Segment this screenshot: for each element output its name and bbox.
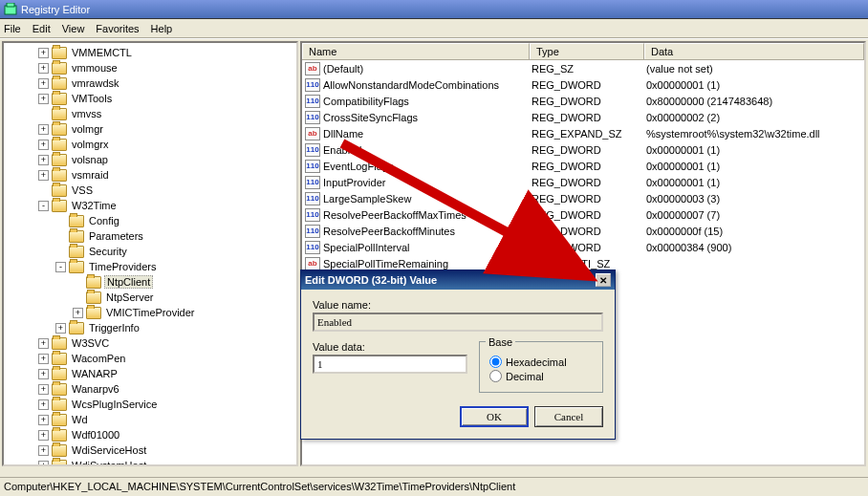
tree-item[interactable]: +volsnap xyxy=(4,152,296,167)
value-data: 0x0000000f (15) xyxy=(646,226,864,237)
col-header-name[interactable]: Name xyxy=(302,43,530,59)
expand-icon[interactable]: + xyxy=(38,170,49,181)
value-name: Enabled xyxy=(323,144,532,156)
tree-item[interactable]: +TriggerInfo xyxy=(4,320,296,335)
value-data-field[interactable] xyxy=(313,355,467,374)
folder-icon xyxy=(52,414,67,426)
value-data-label: Value data: xyxy=(313,341,467,353)
tree-item[interactable]: VSS xyxy=(4,183,296,198)
expand-icon[interactable]: + xyxy=(38,140,49,150)
tree-item[interactable]: Config xyxy=(4,213,296,228)
dialog-title-bar[interactable]: Edit DWORD (32-bit) Value ✕ xyxy=(301,270,615,290)
expand-icon[interactable]: + xyxy=(38,48,49,58)
expand-icon[interactable]: + xyxy=(38,415,49,425)
tree-item[interactable]: +VMICTimeProvider xyxy=(4,305,296,320)
dialog-close-icon[interactable]: ✕ xyxy=(596,273,611,287)
tree-item[interactable]: +volmgr xyxy=(4,121,296,137)
expand-icon[interactable]: + xyxy=(38,124,49,135)
tree-item-label: NtpServer xyxy=(104,291,156,303)
tree-item[interactable]: +WacomPen xyxy=(4,351,296,366)
cancel-button[interactable]: Cancel xyxy=(534,406,603,427)
menu-view[interactable]: View xyxy=(62,23,85,34)
tree-item-label: Security xyxy=(87,246,129,257)
tree-item[interactable]: +WcsPlugInService xyxy=(4,397,296,412)
value-row[interactable]: 110CrossSiteSyncFlagsREG_DWORD0x00000002… xyxy=(302,109,864,125)
menu-file[interactable]: File xyxy=(4,23,21,34)
folder-icon xyxy=(86,276,101,289)
tree-item[interactable]: -TimeProviders xyxy=(4,259,296,274)
value-row[interactable]: 110ResolvePeerBackoffMaxTimesREG_DWORD0x… xyxy=(302,206,864,223)
expand-icon[interactable]: + xyxy=(38,384,49,395)
tree-item[interactable]: Parameters xyxy=(4,228,296,244)
expand-icon[interactable]: + xyxy=(38,369,49,379)
tree-item[interactable]: +vmmouse xyxy=(4,60,296,75)
value-row[interactable]: 110CompatibilityFlagsREG_DWORD0x80000000… xyxy=(302,93,864,109)
radio-hexadecimal-label: Hexadecimal xyxy=(506,356,567,368)
value-row[interactable]: 110EventLogFlagsREG_DWORD0x00000001 (1) xyxy=(302,158,864,174)
tree-item[interactable]: +Wdf01000 xyxy=(4,427,296,442)
tree-item[interactable]: +VMMEMCTL xyxy=(4,45,296,60)
window-title-bar: Registry Editor xyxy=(0,0,868,19)
value-data: (value not set) xyxy=(646,63,864,75)
tree-item[interactable]: +volmgrx xyxy=(4,137,296,152)
tree-item[interactable]: +Wanarpv6 xyxy=(4,381,296,397)
radio-hexadecimal[interactable] xyxy=(489,356,502,368)
base-legend: Base xyxy=(486,336,515,348)
col-header-data[interactable]: Data xyxy=(644,43,864,59)
value-type: REG_DWORD xyxy=(532,226,646,237)
folder-icon xyxy=(86,307,101,319)
registry-tree[interactable]: +VMMEMCTL+vmmouse+vmrawdsk+VMToolsvmvss+… xyxy=(2,41,298,466)
ok-button[interactable]: OK xyxy=(460,406,529,427)
expand-icon[interactable]: + xyxy=(55,323,66,334)
tree-item[interactable]: +VMTools xyxy=(4,91,296,106)
expand-icon[interactable]: + xyxy=(38,94,49,104)
menu-edit[interactable]: Edit xyxy=(33,23,51,34)
tree-item[interactable]: +vmrawdsk xyxy=(4,75,296,91)
expand-icon[interactable]: + xyxy=(38,63,49,74)
tree-item[interactable]: +WdiServiceHost xyxy=(4,442,296,458)
menu-favorites[interactable]: Favorites xyxy=(96,23,139,34)
value-row[interactable]: abDllNameREG_EXPAND_SZ%systemroot%\syste… xyxy=(302,125,864,141)
value-row[interactable]: 110AllowNonstandardModeCombinationsREG_D… xyxy=(302,76,864,93)
expand-icon[interactable]: + xyxy=(38,430,49,441)
value-row[interactable]: 110ResolvePeerBackoffMinutesREG_DWORD0x0… xyxy=(302,223,864,239)
value-data: 0x00000003 (3) xyxy=(646,193,864,205)
tree-item-label: Parameters xyxy=(87,230,145,242)
folder-icon xyxy=(52,169,67,182)
value-row[interactable]: 110InputProviderREG_DWORD0x00000001 (1) xyxy=(302,174,864,190)
folder-icon xyxy=(52,139,67,151)
value-type: REG_DWORD xyxy=(532,112,646,123)
col-header-type[interactable]: Type xyxy=(530,43,644,59)
value-row[interactable]: 110LargeSampleSkewREG_DWORD0x00000003 (3… xyxy=(302,190,864,206)
tree-item[interactable]: Security xyxy=(4,244,296,259)
value-name: CrossSiteSyncFlags xyxy=(323,112,532,123)
tree-item[interactable]: vmvss xyxy=(4,106,296,121)
expand-icon[interactable]: + xyxy=(73,308,83,318)
expand-icon[interactable]: + xyxy=(38,461,49,467)
expand-icon[interactable]: + xyxy=(38,338,49,349)
expand-icon[interactable]: + xyxy=(38,399,49,410)
value-name: (Default) xyxy=(323,63,532,75)
tree-item[interactable]: NtpServer xyxy=(4,290,296,305)
tree-item[interactable]: +vsmraid xyxy=(4,167,296,183)
tree-item[interactable]: -W32Time xyxy=(4,198,296,213)
tree-item[interactable]: +WANARP xyxy=(4,366,296,381)
tree-item[interactable]: +WdiSystemHost xyxy=(4,458,296,466)
tree-item-label: vmmouse xyxy=(70,62,119,74)
tree-item[interactable]: +Wd xyxy=(4,412,296,427)
menu-help[interactable]: Help xyxy=(151,23,173,34)
tree-item[interactable]: +W3SVC xyxy=(4,335,296,351)
collapse-icon[interactable]: - xyxy=(38,201,49,211)
radio-decimal[interactable] xyxy=(489,370,502,382)
expand-icon[interactable]: + xyxy=(38,78,49,89)
value-name: ResolvePeerBackoffMaxTimes xyxy=(323,209,532,221)
value-row[interactable]: 110SpecialPollIntervalREG_DWORD0x0000038… xyxy=(302,239,864,255)
value-row[interactable]: ab(Default)REG_SZ(value not set) xyxy=(302,60,864,76)
expand-icon[interactable]: + xyxy=(38,354,49,364)
expand-icon[interactable]: + xyxy=(38,445,49,456)
tree-item[interactable]: NtpClient xyxy=(4,274,296,290)
collapse-icon[interactable]: - xyxy=(55,262,66,272)
value-row[interactable]: 110EnabledREG_DWORD0x00000001 (1) xyxy=(302,141,864,158)
window-title: Registry Editor xyxy=(21,4,90,15)
expand-icon[interactable]: + xyxy=(38,155,49,165)
